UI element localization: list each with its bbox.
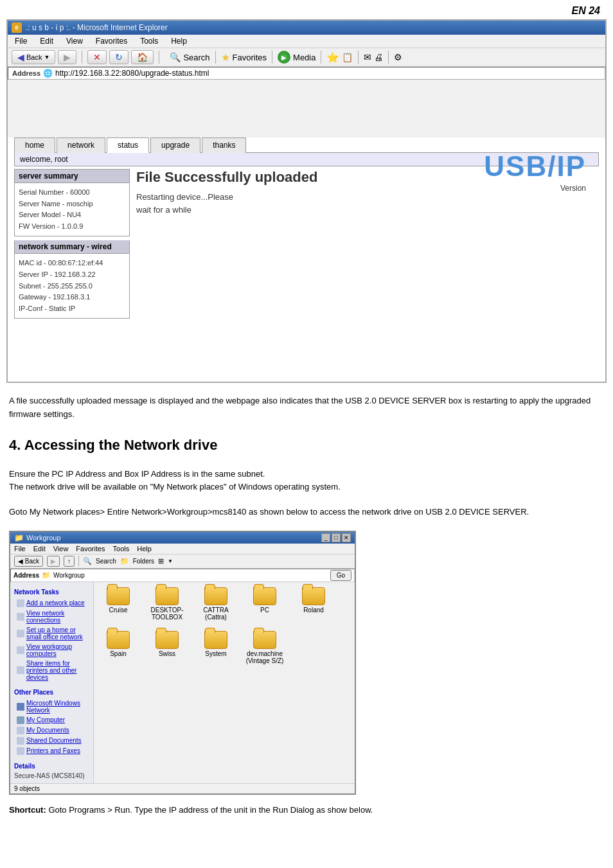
wg-sidebar-item-shared-docs[interactable]: Shared Documents xyxy=(14,736,89,746)
tab-upgrade[interactable]: upgrade xyxy=(150,137,200,153)
wg-up-button[interactable]: ↑ xyxy=(64,556,75,567)
swiss-folder-icon xyxy=(155,631,179,649)
wg-sidebar-section-3: Details xyxy=(14,763,89,770)
wg-address-value[interactable]: Workgroup xyxy=(53,572,328,579)
browser-title: .: u s b - i p :. - Microsoft Internet E… xyxy=(26,23,168,32)
wg-menu-file[interactable]: File xyxy=(14,545,26,553)
gateway: Gateway - 192.168.3.1 xyxy=(19,292,125,303)
wg-menu-favorites[interactable]: Favorites xyxy=(76,545,105,553)
server-summary-title: server summary xyxy=(14,169,130,183)
wg-maximize-button[interactable]: □ xyxy=(332,533,341,542)
desktop-toolbox-folder-icon xyxy=(155,587,179,605)
pc-label: PC xyxy=(260,607,269,614)
wg-sidebar-item-setup-office[interactable]: Set up a home or small office network xyxy=(14,625,89,642)
home-button[interactable]: 🏠 xyxy=(131,50,154,64)
refresh-button[interactable]: ↻ xyxy=(109,50,129,64)
wg-sidebar-item-my-docs[interactable]: My Documents xyxy=(14,725,89,736)
wg-minimize-button[interactable]: _ xyxy=(321,533,330,542)
wg-sidebar-item-share-items[interactable]: Share items for printers and other devic… xyxy=(14,659,89,682)
wg-sidebar-item-add-place[interactable]: Add a network place xyxy=(14,598,89,608)
wg-sidebar-item-ms-network[interactable]: Microsoft Windows Network xyxy=(14,698,89,715)
wg-menu-view[interactable]: View xyxy=(53,545,69,553)
wg-title-left: 📁 Workgroup xyxy=(14,533,61,542)
wg-icon-spain[interactable]: Spain xyxy=(99,631,138,664)
wg-sidebar-item-view-workgroup[interactable]: View workgroup computers xyxy=(14,642,89,659)
server-model: Server Model - NU4 xyxy=(19,209,125,221)
wg-views-dropdown-icon: ▼ xyxy=(168,558,173,564)
system-folder-icon xyxy=(204,631,227,649)
wg-forward-button[interactable]: ▶ xyxy=(47,556,60,567)
address-url[interactable]: http://192.168.3.22:8080/upgrade-status.… xyxy=(55,69,601,78)
wg-go-button[interactable]: Go xyxy=(330,570,351,581)
cruise-folder-icon xyxy=(107,587,130,605)
wg-statusbar: 9 objects xyxy=(10,783,355,793)
roland-label: Roland xyxy=(303,607,324,614)
ip-conf: IP-Conf - Static IP xyxy=(19,303,125,315)
wg-icon-roland[interactable]: Roland xyxy=(294,587,333,621)
wg-sidebar: Network Tasks Add a network place View n… xyxy=(10,582,94,783)
menu-help[interactable]: Help xyxy=(169,36,189,46)
upload-desc: Restarting device...Please wait for a wh… xyxy=(136,191,599,216)
tab-network[interactable]: network xyxy=(57,137,105,153)
tab-status[interactable]: status xyxy=(107,137,149,153)
wg-search-icon: 🔍 xyxy=(83,557,92,565)
wg-icon-system[interactable]: System xyxy=(197,631,235,664)
doc-paragraph-2: Ensure the PC IP Address and Box IP Addr… xyxy=(9,468,604,495)
serial-number: Serial Number - 60000 xyxy=(19,187,125,199)
page-icon: 🌐 xyxy=(43,69,53,78)
tab-home[interactable]: home xyxy=(14,137,55,153)
wg-menu-help[interactable]: Help xyxy=(137,545,152,553)
menu-view[interactable]: View xyxy=(64,36,85,46)
printers-icon xyxy=(17,747,24,755)
mail-icon: ✉ xyxy=(364,52,371,62)
wg-icon-cruise[interactable]: Cruise xyxy=(99,587,138,621)
server-summary-panel: server summary Serial Number - 60000 Ser… xyxy=(14,169,130,319)
desktop-toolbox-label: DESKTOP-TOOLBOX xyxy=(148,607,186,621)
wg-close-button[interactable]: ✕ xyxy=(342,533,351,542)
doc-paragraph-1: A file successfully uploaded message is … xyxy=(9,394,604,421)
tab-thanks[interactable]: thanks xyxy=(202,137,246,153)
forward-button[interactable]: ▶ xyxy=(58,50,76,64)
section-4-heading: 4. Accessing the Network drive xyxy=(9,437,604,456)
wg-icon-dev-machine[interactable]: dev.machine (Vintage S/Z) xyxy=(245,631,284,664)
print-icon: 🖨 xyxy=(374,52,383,62)
back-dropdown-icon: ▼ xyxy=(44,54,49,60)
cruise-label: Cruise xyxy=(109,607,128,614)
wg-sidebar-item-my-computer[interactable]: My Computer xyxy=(14,715,89,725)
stop-button[interactable]: ✕ xyxy=(87,50,107,64)
menu-file[interactable]: File xyxy=(13,36,29,46)
mac-id: MAC id - 00:80:67:12:ef:44 xyxy=(19,258,125,269)
refresh-icon: ↻ xyxy=(115,52,123,62)
menu-favorites[interactable]: Favorites xyxy=(94,36,129,46)
menu-tools[interactable]: Tools xyxy=(138,36,160,46)
wg-sidebar-item-view-connections[interactable]: View network connections xyxy=(14,608,89,625)
wg-folders-label: Folders xyxy=(133,558,154,565)
wg-back-button[interactable]: ◀ Back xyxy=(14,556,43,567)
wg-folders-icon: 📁 xyxy=(120,557,129,565)
shortcut-text: Shortcut: Goto Programs > Run. Type the … xyxy=(9,805,604,815)
wg-sidebar-item-printers[interactable]: Printers and Faxes xyxy=(14,746,89,756)
toolbar-separator-7 xyxy=(388,51,389,64)
back-button[interactable]: ◀ Back ▼ xyxy=(12,50,55,64)
search-label: Search xyxy=(183,53,209,62)
wg-icon-desktop-toolbox[interactable]: DESKTOP-TOOLBOX xyxy=(148,587,186,621)
wg-main-icons: Cruise DESKTOP-TOOLBOX CATTRA (Cattra) P… xyxy=(94,582,355,783)
menu-edit[interactable]: Edit xyxy=(38,36,55,46)
wg-icon-pc[interactable]: PC xyxy=(245,587,284,621)
usbip-logo: USB/IP xyxy=(484,150,586,182)
network-summary-box: MAC id - 00:80:67:12:ef:44 Server IP - 1… xyxy=(14,254,130,319)
toolbar-separator-3 xyxy=(215,51,216,64)
wg-address-label: Address xyxy=(13,572,39,579)
add-place-icon xyxy=(17,599,24,607)
history-icon: 📋 xyxy=(342,52,353,62)
server-summary-box: Serial Number - 60000 Server Name - mosc… xyxy=(14,183,130,236)
search-magnifier-icon: 🔍 xyxy=(170,52,181,62)
wg-titlebar-controls: _ □ ✕ xyxy=(321,533,351,542)
page-number: EN 24 xyxy=(572,5,600,17)
wg-menu-tools[interactable]: Tools xyxy=(113,545,130,553)
wg-search-label: Search xyxy=(96,558,116,565)
wg-icon-cattra[interactable]: CATTRA (Cattra) xyxy=(197,587,235,621)
wg-menu-edit[interactable]: Edit xyxy=(33,545,46,553)
wg-title-text: Workgroup xyxy=(26,534,61,542)
wg-icon-swiss[interactable]: Swiss xyxy=(148,631,186,664)
